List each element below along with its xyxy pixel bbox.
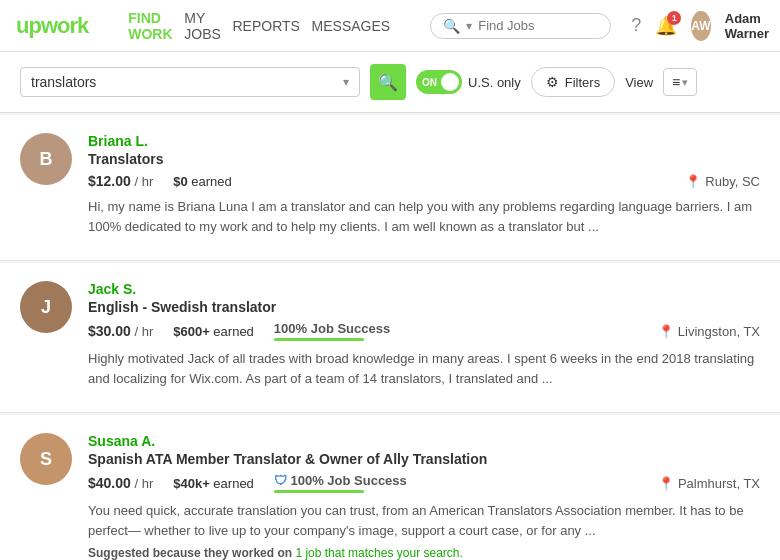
name-row: Susana A. <box>88 433 760 449</box>
job-success-wrap: 🛡 100% Job Success <box>274 473 407 493</box>
main-nav: FIND WORK MY JOBS REPORTS MESSAGES <box>128 10 390 42</box>
shield-icon: 🛡 <box>274 473 287 488</box>
job-success-label: 🛡 100% Job Success <box>274 473 407 488</box>
view-toggle-button[interactable]: ≡ ▾ <box>663 68 697 96</box>
meta-row: $40.00 / hr $40k+ earned 🛡 100% Job Succ… <box>88 473 760 493</box>
table-row: J Jack S. English - Swedish translator $… <box>0 263 780 413</box>
global-search-input[interactable] <box>478 18 598 33</box>
notification-badge: 1 <box>667 11 681 25</box>
description: You need quick, accurate translation you… <box>88 501 760 540</box>
job-success-bar <box>274 338 364 341</box>
notification-icon[interactable]: 🔔 1 <box>655 15 677 37</box>
table-row: S Susana A. Spanish ATA Member Translato… <box>0 415 780 560</box>
job-success-fill <box>274 338 364 341</box>
location: 📍 Livingston, TX <box>658 324 760 339</box>
freelancer-name[interactable]: Jack S. <box>88 281 136 297</box>
hourly-rate: $40.00 / hr <box>88 475 153 491</box>
search-icon: 🔍 <box>443 18 460 34</box>
search-toolbar: ▾ 🔍 ON U.S. only ⚙ Filters View ≡ ▾ <box>0 52 780 113</box>
filters-label: Filters <box>565 75 600 90</box>
freelancer-name[interactable]: Briana L. <box>88 133 148 149</box>
nav-reports[interactable]: REPORTS <box>233 18 300 34</box>
list-view-icon: ≡ <box>672 74 680 90</box>
card-body: Briana L. Translators $12.00 / hr $0 ear… <box>88 133 760 242</box>
avatar[interactable]: AW <box>691 11 711 41</box>
results-list: B Briana L. Translators $12.00 / hr $0 e… <box>0 115 780 560</box>
hourly-rate: $12.00 / hr <box>88 173 153 189</box>
header-icons: ? 🔔 1 AW Adam Warner ▾ <box>631 11 780 41</box>
suggested-text: Suggested because they worked on 1 job t… <box>88 546 760 560</box>
search-button[interactable]: 🔍 <box>370 64 406 100</box>
us-only-label: U.S. only <box>468 75 521 90</box>
view-label: View <box>625 75 653 90</box>
username[interactable]: Adam Warner <box>725 11 780 41</box>
search-dropdown-chevron[interactable]: ▾ <box>343 75 349 89</box>
job-success-fill <box>274 490 364 493</box>
nav-messages[interactable]: MESSAGES <box>312 18 391 34</box>
filters-icon: ⚙ <box>546 74 559 90</box>
card-body: Jack S. English - Swedish translator $30… <box>88 281 760 394</box>
nav-my-jobs[interactable]: MY JOBS <box>184 10 221 42</box>
meta-row: $12.00 / hr $0 earned 📍 Ruby, SC <box>88 173 760 189</box>
freelancer-title: Spanish ATA Member Translator & Owner of… <box>88 451 760 467</box>
search-btn-icon: 🔍 <box>378 73 398 92</box>
description: Highly motivated Jack of all trades with… <box>88 349 760 388</box>
hourly-rate: $30.00 / hr <box>88 323 153 339</box>
header: upwork FIND WORK MY JOBS REPORTS MESSAGE… <box>0 0 780 52</box>
freelancer-title: Translators <box>88 151 760 167</box>
description: Hi, my name is Briana Luna I am a transl… <box>88 197 760 236</box>
search-type-selector[interactable]: ▾ <box>466 19 472 33</box>
job-success-label: 100% Job Success <box>274 321 390 336</box>
total-earned: $0 earned <box>173 174 232 189</box>
filters-button[interactable]: ⚙ Filters <box>531 67 615 97</box>
us-only-toggle[interactable]: ON <box>416 70 462 94</box>
total-earned: $40k+ earned <box>173 476 254 491</box>
table-row: B Briana L. Translators $12.00 / hr $0 e… <box>0 115 780 261</box>
us-only-toggle-wrap: ON U.S. only <box>416 70 521 94</box>
avatar: S <box>20 433 72 485</box>
view-chevron-icon[interactable]: ▾ <box>682 76 688 89</box>
search-input[interactable] <box>31 74 337 90</box>
global-search-bar[interactable]: 🔍 ▾ <box>430 13 611 39</box>
name-row: Briana L. <box>88 133 760 149</box>
search-input-wrap[interactable]: ▾ <box>20 67 360 97</box>
suggested-link[interactable]: 1 job that matches your search. <box>295 546 462 560</box>
job-success-bar <box>274 490 364 493</box>
avatar: J <box>20 281 72 333</box>
location: 📍 Ruby, SC <box>685 174 760 189</box>
upwork-logo[interactable]: upwork <box>16 13 88 39</box>
meta-row: $30.00 / hr $600+ earned 100% Job Succes… <box>88 321 760 341</box>
job-success-wrap: 100% Job Success <box>274 321 390 341</box>
avatar: B <box>20 133 72 185</box>
card-body: Susana A. Spanish ATA Member Translator … <box>88 433 760 560</box>
freelancer-title: English - Swedish translator <box>88 299 760 315</box>
nav-find-work[interactable]: FIND WORK <box>128 10 172 42</box>
logo-wordmark: upwork <box>16 13 88 39</box>
location: 📍 Palmhurst, TX <box>658 476 760 491</box>
toggle-knob <box>441 73 459 91</box>
total-earned: $600+ earned <box>173 324 254 339</box>
freelancer-name[interactable]: Susana A. <box>88 433 155 449</box>
location-pin-icon: 📍 <box>658 476 674 491</box>
location-pin-icon: 📍 <box>658 324 674 339</box>
help-icon[interactable]: ? <box>631 15 641 36</box>
location-pin-icon: 📍 <box>685 174 701 189</box>
name-row: Jack S. <box>88 281 760 297</box>
toggle-label: ON <box>422 77 437 88</box>
